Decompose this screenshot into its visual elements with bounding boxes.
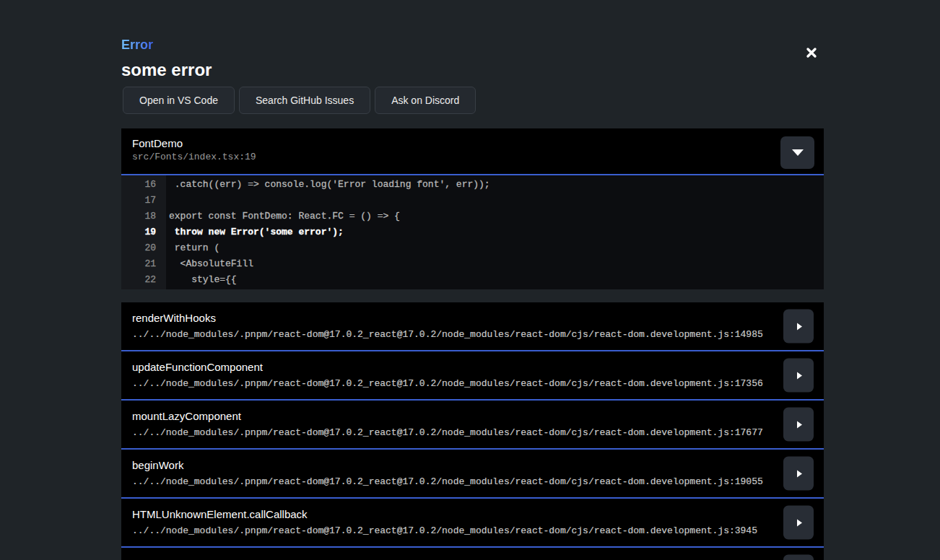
expand-stack-frame-button[interactable] — [783, 310, 814, 344]
code-text: throw new Error('some error'); — [166, 224, 344, 240]
action-buttons: Open in VS Code Search GitHub Issues Ask… — [123, 87, 824, 114]
stack-frame-location: ../../node_modules/.pnpm/react-dom@17.0.… — [132, 378, 813, 389]
stack-frame-function-name: renderWithHooks — [132, 312, 813, 324]
code-line: 18export const FontDemo: React.FC = () =… — [121, 209, 824, 224]
chevron-right-icon — [797, 470, 802, 477]
chevron-right-icon — [797, 421, 802, 428]
code-line: 22 style={{ — [121, 272, 824, 288]
stack-frame-row — [121, 548, 824, 560]
expand-stack-frame-button[interactable] — [783, 408, 814, 442]
line-number: 19 — [121, 224, 166, 240]
expand-stack-frame-button[interactable] — [783, 359, 814, 393]
line-number: 21 — [121, 256, 166, 272]
code-frame-function-name: FontDemo — [132, 137, 813, 149]
chevron-right-icon — [797, 519, 802, 526]
code-text: .catch((err) => console.log('Error loadi… — [166, 177, 490, 193]
line-number: 18 — [121, 209, 166, 224]
line-number: 17 — [121, 193, 166, 209]
open-in-vscode-button[interactable]: Open in VS Code — [123, 87, 235, 114]
code-line: 19 throw new Error('some error'); — [121, 224, 824, 240]
stack-frame-function-name: mountLazyComponent — [132, 410, 813, 422]
stack-frame-row: HTMLUnknownElement.callCallback../../nod… — [121, 499, 824, 546]
collapse-code-frame-button[interactable] — [780, 136, 814, 169]
stack-frame-list: renderWithHooks../../node_modules/.pnpm/… — [121, 302, 824, 560]
line-number: 22 — [121, 272, 166, 288]
search-github-issues-button[interactable]: Search GitHub Issues — [239, 87, 370, 114]
error-message: some error — [121, 60, 824, 80]
stack-frame-function-name: HTMLUnknownElement.callCallback — [132, 508, 813, 520]
ask-on-discord-button[interactable]: Ask on Discord — [375, 87, 476, 114]
close-icon — [806, 47, 817, 58]
code-block: 16 .catch((err) => console.log('Error lo… — [121, 175, 824, 289]
code-text — [166, 193, 169, 209]
stack-frame-row: updateFunctionComponent../../node_module… — [121, 351, 824, 399]
code-text: <AbsoluteFill — [166, 256, 253, 272]
line-number: 16 — [121, 177, 166, 193]
close-button[interactable] — [806, 47, 817, 58]
stack-frame-location: ../../node_modules/.pnpm/react-dom@17.0.… — [132, 329, 813, 340]
code-text: style={{ — [166, 272, 237, 288]
line-number: 20 — [121, 240, 166, 256]
chevron-right-icon — [797, 323, 802, 330]
expand-stack-frame-button[interactable] — [783, 457, 814, 491]
stack-frame-function-name: updateFunctionComponent — [132, 361, 813, 373]
code-text: export const FontDemo: React.FC = () => … — [166, 209, 400, 224]
error-overlay: Error some error Open in VS Code Search … — [121, 0, 824, 560]
chevron-down-icon — [792, 149, 804, 156]
stack-frame-row: beginWork../../node_modules/.pnpm/react-… — [121, 450, 824, 497]
code-line: 20 return ( — [121, 240, 824, 256]
chevron-right-icon — [797, 372, 802, 379]
code-line: 21 <AbsoluteFill — [121, 256, 824, 272]
stack-frame-location: ../../node_modules/.pnpm/react-dom@17.0.… — [132, 427, 813, 438]
error-type-label: Error — [121, 38, 153, 53]
code-frame: FontDemo src/Fonts/index.tsx:19 16 .catc… — [121, 128, 824, 289]
expand-stack-frame-button[interactable] — [783, 506, 814, 540]
code-line: 17 — [121, 193, 824, 209]
code-line: 16 .catch((err) => console.log('Error lo… — [121, 177, 824, 193]
stack-frame-function-name: beginWork — [132, 459, 813, 471]
stack-frame-row: renderWithHooks../../node_modules/.pnpm/… — [121, 302, 824, 350]
code-frame-header: FontDemo src/Fonts/index.tsx:19 — [121, 128, 824, 174]
stack-frame-location: ../../node_modules/.pnpm/react-dom@17.0.… — [132, 476, 813, 487]
stack-frame-location: ../../node_modules/.pnpm/react-dom@17.0.… — [132, 525, 813, 536]
stack-frame-row: mountLazyComponent../../node_modules/.pn… — [121, 401, 824, 448]
expand-stack-frame-button[interactable] — [783, 555, 814, 560]
code-text: return ( — [166, 240, 219, 256]
code-frame-location: src/Fonts/index.tsx:19 — [132, 152, 813, 162]
